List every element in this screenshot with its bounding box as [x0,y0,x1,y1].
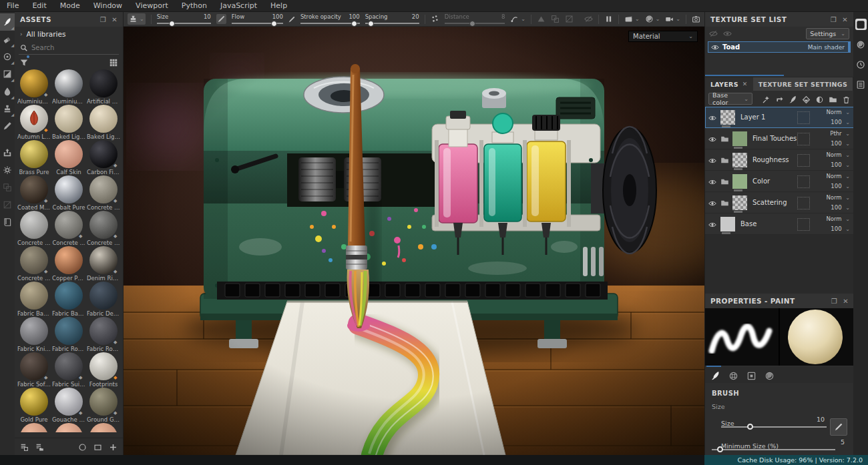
asset-item[interactable]: Fabric Bam... [17,282,51,317]
scroll-indicator[interactable] [705,75,784,76]
asset-item[interactable]: ◆Aluminium... [17,69,51,105]
view-details-button[interactable] [20,440,29,453]
blend-mode-dropdown[interactable]: Norm ⌄ [826,151,850,158]
layer-visibility-button[interactable] [708,196,716,209]
mirror-disabled-button[interactable] [551,15,560,23]
layer-mask-slot[interactable] [797,133,810,145]
add-asset-button[interactable] [109,440,118,453]
channel-dropdown[interactable]: Base color ⌄ [708,93,752,105]
material-picker-tool[interactable] [0,117,15,135]
resources-tool[interactable] [0,213,15,231]
history-dock-button[interactable] [855,59,867,70]
asset-item[interactable]: Baked Ligh... [51,105,86,140]
export-tool[interactable] [0,144,15,161]
pause-engine-button[interactable] [604,15,613,23]
screenshot-button[interactable] [692,15,700,23]
size-pressure-button[interactable] [216,14,226,24]
asset-item[interactable] [17,423,51,432]
blend-mode-dropdown[interactable]: Norm ⌄ [826,215,850,222]
asset-item[interactable]: Fabric Knit... [17,317,51,352]
filter-funnel-icon[interactable] [20,56,28,69]
camera-slate-button[interactable]: ⌄ [624,15,640,23]
layer-row[interactable]: Roughness Norm ⌄ 100 ⌄ [705,149,854,171]
asset-item[interactable]: ◆Footprints [86,352,121,388]
min-size-slider[interactable]: Minimum Size (%) 5 [721,438,847,456]
layer-list-empty-area[interactable] [705,235,854,294]
asset-item[interactable]: ◆Carbon Fib... [86,140,121,175]
layer-visibility-button[interactable] [708,111,716,123]
menu-edit[interactable]: Edit [25,0,53,12]
log-dock-button[interactable] [855,79,867,90]
filter-circle-button[interactable] [78,440,87,453]
blend-mode-dropdown[interactable]: Pthr ⌄ [830,130,850,137]
layer-thumbnail[interactable] [720,110,735,125]
flow-handle[interactable] [271,21,277,27]
brush-preset-button[interactable]: ⌄ [128,13,146,25]
properties-tab-brush[interactable] [710,369,720,382]
flow-pressure-button[interactable] [288,16,295,23]
close-panel-icon[interactable]: ✕ [842,16,848,23]
layer-opacity-dropdown[interactable]: 100 ⌄ [831,119,850,125]
shader-orb-button[interactable]: ⌄ [645,15,660,23]
render-tool[interactable] [0,161,15,179]
stroke-opacity-handle[interactable] [351,21,357,27]
asset-item[interactable]: ◆Denim Rivet [86,246,121,282]
menu-window[interactable]: Window [87,0,129,12]
layer-mask-slot[interactable] [797,197,810,209]
flow-slider[interactable]: Flow100 [232,14,283,24]
add-smart-mask-button[interactable] [815,93,824,105]
asset-search-input[interactable]: Search [19,41,119,55]
scatter-button[interactable] [431,15,439,23]
eye-icon[interactable] [711,43,719,51]
min-size-track[interactable] [712,449,835,450]
asset-item[interactable]: Calf Skin [51,140,86,175]
asset-item[interactable]: Cobalt Pure [51,175,86,211]
asset-item[interactable]: Concrete C... [17,211,51,246]
layer-mask-slot[interactable] [797,175,810,188]
delete-layer-button[interactable] [842,93,851,105]
blend-mode-dropdown[interactable]: Norm ⌄ [826,109,850,115]
asset-item[interactable]: Fabric Rou... [51,317,86,352]
viewport-3d[interactable]: Material ⌄ [124,27,704,455]
close-tab-icon[interactable]: ✕ [742,81,748,87]
add-fill-layer-button[interactable] [802,93,811,105]
blend-mode-dropdown[interactable]: Norm ⌄ [826,194,850,201]
disabled-a-tool[interactable] [0,179,15,196]
min-size-handle[interactable] [717,446,723,452]
properties-tab-material[interactable] [765,369,775,382]
symmetry-button[interactable] [537,15,546,23]
asset-item[interactable]: Aluminium... [51,69,86,105]
eraser-tool[interactable]: ◢ [0,31,15,48]
menu-file[interactable]: File [0,0,25,12]
assets-shelf-dock-button[interactable] [855,19,867,30]
layer-opacity-dropdown[interactable]: 100 ⌄ [831,225,850,232]
close-panel-icon[interactable]: ✕ [843,298,849,305]
layer-thumbnail[interactable] [732,131,747,146]
projection-tool[interactable]: ◢ [0,48,15,65]
hide-all-eye-icon[interactable] [723,29,732,38]
smudge-tool[interactable]: ◢ [0,83,15,100]
asset-item[interactable]: ◆Gouache P... [51,388,86,423]
size-handle[interactable] [169,21,175,27]
spacing-slider[interactable]: Spacing20 [365,14,419,24]
layer-row[interactable]: Final Touches Pthr ⌄ 100 ⌄ [705,128,854,149]
asset-item[interactable]: Baked Ligh... [86,105,121,140]
distance-slider[interactable]: Distance8 [445,14,505,24]
clone-tool[interactable]: ◢ [0,100,15,117]
layer-visibility-button[interactable] [708,153,716,166]
paint-tool[interactable]: ◢ [0,13,15,31]
properties-tab-stencil[interactable] [746,369,756,382]
asset-item[interactable]: ◆Fabric Rou... [86,317,121,352]
viewport-shader-dropdown[interactable]: Material ⌄ [628,31,698,42]
layer-row[interactable]: Base Norm ⌄ 100 ⌄ [705,213,854,235]
layer-opacity-dropdown[interactable]: 100 ⌄ [831,204,850,211]
asset-item[interactable]: Copper Pure [51,246,86,282]
layer-mask-slot[interactable] [797,218,810,231]
layer-mask-slot[interactable] [797,111,810,124]
size-handle[interactable] [747,424,753,430]
asset-item[interactable]: Fabric Den... [86,282,121,317]
float-panel-icon[interactable]: ❐ [831,16,837,23]
layer-visibility-button[interactable] [708,175,716,187]
layer-opacity-dropdown[interactable]: 100 ⌄ [831,183,850,189]
layer-row[interactable]: Color Norm ⌄ 100 ⌄ [705,171,854,192]
